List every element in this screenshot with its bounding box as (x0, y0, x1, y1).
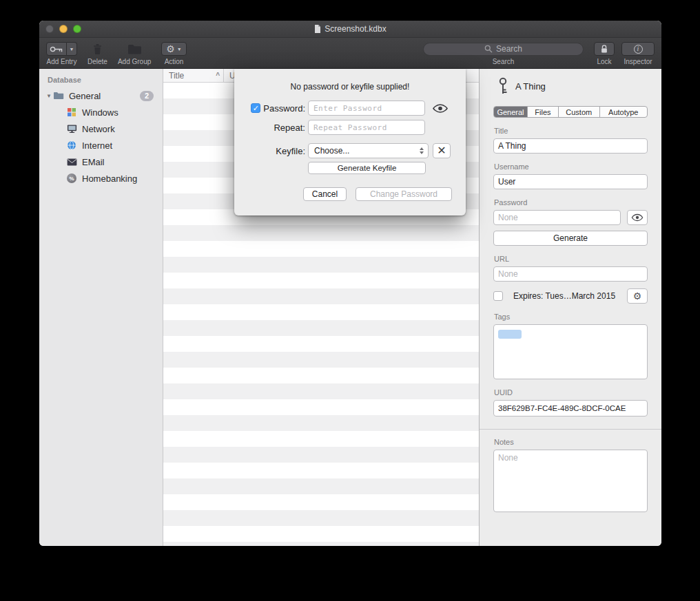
uuid-field[interactable]: 38F629B7-FC4E-489C-8DCF-0CAE (493, 400, 648, 417)
key-icon (498, 77, 508, 95)
sidebar-item-homebanking[interactable]: % Homebanking (39, 170, 163, 187)
key-icon[interactable] (46, 42, 67, 56)
trash-icon (92, 43, 103, 55)
password-checkbox[interactable]: ✓ (251, 103, 260, 113)
column-header-title[interactable]: Title ^ (163, 69, 224, 82)
expires-checkbox[interactable] (493, 291, 503, 301)
inspector-button[interactable]: i Inspector (621, 41, 655, 65)
add-group-label: Add Group (118, 58, 151, 65)
notes-field[interactable]: None (493, 450, 648, 512)
url-label: URL (494, 255, 647, 263)
search-label: Search (493, 58, 515, 65)
inspector-tabs: General Files Custom Autotype (493, 106, 648, 118)
add-entry-label: Add Entry (47, 58, 77, 65)
add-entry-button[interactable]: ▼ Add Entry (46, 41, 77, 65)
minimize-button[interactable] (59, 25, 68, 33)
password-label: Password (494, 198, 647, 207)
action-label: Action (165, 58, 184, 65)
divider (480, 429, 661, 430)
clear-keyfile-button[interactable]: ✕ (433, 143, 451, 158)
search-placeholder: Search (496, 44, 522, 54)
envelope-icon (66, 156, 77, 167)
repeat-label: Repeat: (274, 123, 305, 133)
sidebar-item-internet[interactable]: Internet (39, 137, 163, 154)
title-field[interactable]: A Thing (493, 138, 648, 154)
show-password-button[interactable] (432, 103, 449, 114)
folder-plus-icon (127, 44, 141, 54)
zoom-button[interactable] (73, 25, 81, 33)
search-input[interactable]: Search (423, 43, 584, 56)
sidebar-item-network[interactable]: Network (39, 120, 163, 137)
lock-button[interactable]: Lock (594, 41, 615, 65)
uuid-label: UUID (494, 388, 647, 397)
add-entry-dropdown-arrow-icon[interactable]: ▼ (67, 42, 77, 56)
tab-custom[interactable]: Custom (559, 107, 600, 117)
search-icon (484, 45, 493, 53)
gear-icon: ⚙ (166, 44, 175, 54)
sort-ascending-icon: ^ (216, 72, 220, 79)
disclosure-triangle-icon[interactable]: ▼ (45, 93, 53, 99)
change-password-button[interactable]: Change Password (356, 187, 452, 201)
tags-label: Tags (494, 313, 647, 321)
cancel-button[interactable]: Cancel (303, 187, 347, 201)
inspector-panel: A Thing General Files Custom Autotype Ti… (479, 69, 661, 546)
percent-coin-icon: % (66, 173, 77, 184)
select-stepper-icon (420, 147, 425, 154)
dialog-message: No password or keyfile supplied! (234, 69, 466, 92)
group-label: Internet (82, 140, 112, 151)
search-item: Search Search (423, 41, 584, 65)
password-field[interactable]: None (493, 210, 621, 225)
tab-files[interactable]: Files (528, 107, 559, 117)
group-label: Homebanking (82, 173, 137, 184)
entry-header: A Thing (498, 77, 648, 95)
titlebar[interactable]: Screenshot.kdbx (39, 21, 661, 38)
keyfile-label: Keyfile: (276, 146, 305, 156)
change-password-dialog: No password or keyfile supplied! ✓ Passw… (234, 69, 466, 215)
generate-keyfile-button[interactable]: Generate Keyfile (308, 162, 426, 174)
entry-title: A Thing (515, 81, 546, 92)
username-field[interactable]: User (493, 174, 648, 189)
monitor-icon (66, 123, 77, 134)
group-label: General (69, 91, 101, 101)
keyfile-select[interactable]: Choose... (308, 143, 429, 158)
repeat-password-field[interactable]: Repeat Password (308, 120, 425, 135)
notes-label: Notes (494, 438, 647, 446)
window-title-area: Screenshot.kdbx (39, 24, 661, 34)
expires-settings-button[interactable]: ⚙ (627, 288, 648, 304)
eye-icon (432, 103, 449, 114)
url-field[interactable]: None (493, 266, 648, 282)
app-window: Screenshot.kdbx ▼ Add Entry Delete Add G… (39, 21, 661, 546)
action-button[interactable]: ⚙ ▼ Action (161, 41, 187, 65)
username-label: Username (494, 162, 647, 171)
tab-autotype[interactable]: Autotype (600, 107, 647, 117)
show-password-button[interactable] (627, 210, 648, 225)
tab-general[interactable]: General (494, 107, 528, 117)
folder-icon (53, 90, 64, 101)
group-label: Windows (82, 107, 119, 118)
enter-password-field[interactable]: Enter Password (308, 101, 425, 116)
delete-button[interactable]: Delete (88, 41, 107, 65)
gear-icon: ⚙ (633, 291, 642, 301)
info-icon: i (634, 45, 643, 54)
sidebar-item-email[interactable]: EMail (39, 154, 163, 170)
title-label: Title (494, 127, 647, 135)
close-button[interactable] (45, 25, 54, 33)
document-icon (314, 25, 321, 33)
eye-icon (631, 213, 644, 222)
password-label: Password: (263, 103, 305, 114)
sidebar-item-general[interactable]: ▼ General 2 (39, 87, 163, 104)
sidebar-item-windows[interactable]: Windows (39, 104, 163, 120)
expires-label: Expires: Tues…March 2015 (513, 291, 621, 301)
generate-password-button[interactable]: Generate (493, 231, 648, 246)
add-group-button[interactable]: Add Group (118, 41, 151, 65)
sidebar: Database ▼ General 2 Windows Network (39, 69, 163, 546)
toolbar: ▼ Add Entry Delete Add Group ⚙ ▼ Action (39, 38, 661, 69)
globe-icon (66, 140, 77, 151)
group-label: Network (82, 124, 115, 134)
group-label: EMail (82, 157, 105, 167)
tag-chip[interactable] (498, 330, 522, 339)
inspector-label: Inspector (624, 58, 652, 65)
tags-field[interactable] (493, 324, 648, 379)
window-title: Screenshot.kdbx (325, 24, 386, 34)
lock-icon (600, 44, 608, 54)
